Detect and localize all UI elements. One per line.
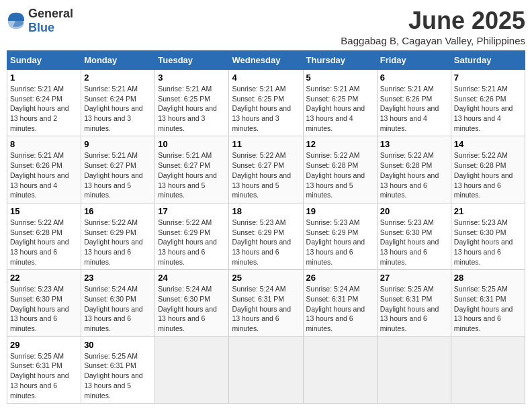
day-info: Sunrise: 5:21 AM Sunset: 6:25 PM Dayligh…: [232, 84, 300, 133]
day-number: 29: [10, 340, 78, 350]
calendar-cell: 11 Sunrise: 5:22 AM Sunset: 6:27 PM Dayl…: [229, 136, 303, 203]
day-info: Sunrise: 5:25 AM Sunset: 6:31 PM Dayligh…: [380, 284, 448, 333]
day-number: 30: [84, 340, 152, 350]
day-number: 3: [158, 73, 226, 83]
calendar-table: SundayMondayTuesdayWednesdayThursdayFrid…: [7, 50, 525, 404]
day-number: 16: [84, 206, 152, 216]
header-saturday: Saturday: [451, 51, 525, 70]
day-info: Sunrise: 5:21 AM Sunset: 6:26 PM Dayligh…: [380, 84, 448, 133]
header-wednesday: Wednesday: [229, 51, 303, 70]
day-info: Sunrise: 5:21 AM Sunset: 6:27 PM Dayligh…: [158, 150, 226, 199]
calendar-cell: 12 Sunrise: 5:22 AM Sunset: 6:28 PM Dayl…: [303, 136, 377, 203]
calendar-cell: 26 Sunrise: 5:24 AM Sunset: 6:31 PM Dayl…: [303, 270, 377, 336]
day-info: Sunrise: 5:21 AM Sunset: 6:27 PM Dayligh…: [84, 150, 152, 199]
calendar-cell: 4 Sunrise: 5:21 AM Sunset: 6:25 PM Dayli…: [229, 70, 303, 136]
day-number: 1: [10, 73, 78, 83]
day-number: 11: [232, 139, 300, 149]
day-info: Sunrise: 5:25 AM Sunset: 6:31 PM Dayligh…: [10, 351, 78, 400]
day-info: Sunrise: 5:25 AM Sunset: 6:31 PM Dayligh…: [454, 284, 522, 333]
day-number: 28: [454, 273, 522, 283]
logo-general: General: [28, 7, 73, 20]
calendar-cell: 13 Sunrise: 5:22 AM Sunset: 6:28 PM Dayl…: [377, 136, 451, 203]
calendar-cell: 20 Sunrise: 5:23 AM Sunset: 6:30 PM Dayl…: [377, 203, 451, 269]
calendar-week-row: 1 Sunrise: 5:21 AM Sunset: 6:24 PM Dayli…: [7, 70, 525, 136]
header-tuesday: Tuesday: [155, 51, 229, 70]
calendar-cell: 21 Sunrise: 5:23 AM Sunset: 6:30 PM Dayl…: [451, 203, 525, 269]
calendar-cell: 17 Sunrise: 5:22 AM Sunset: 6:29 PM Dayl…: [155, 203, 229, 269]
day-number: 22: [10, 273, 78, 283]
day-info: Sunrise: 5:22 AM Sunset: 6:28 PM Dayligh…: [454, 150, 522, 199]
day-info: Sunrise: 5:21 AM Sunset: 6:25 PM Dayligh…: [306, 84, 374, 133]
calendar-cell: 2 Sunrise: 5:21 AM Sunset: 6:24 PM Dayli…: [81, 70, 155, 136]
day-info: Sunrise: 5:21 AM Sunset: 6:26 PM Dayligh…: [10, 150, 78, 199]
day-info: Sunrise: 5:22 AM Sunset: 6:29 PM Dayligh…: [158, 218, 226, 267]
calendar-cell: 14 Sunrise: 5:22 AM Sunset: 6:28 PM Dayl…: [451, 136, 525, 203]
day-info: Sunrise: 5:23 AM Sunset: 6:29 PM Dayligh…: [306, 218, 374, 267]
day-number: 4: [232, 73, 300, 83]
calendar-cell: 23 Sunrise: 5:24 AM Sunset: 6:30 PM Dayl…: [81, 270, 155, 336]
calendar-cell: 28 Sunrise: 5:25 AM Sunset: 6:31 PM Dayl…: [451, 270, 525, 336]
day-info: Sunrise: 5:21 AM Sunset: 6:26 PM Dayligh…: [454, 84, 522, 133]
day-number: 12: [306, 139, 374, 149]
calendar-cell: 16 Sunrise: 5:22 AM Sunset: 6:29 PM Dayl…: [81, 203, 155, 269]
day-number: 10: [158, 139, 226, 149]
header-friday: Friday: [377, 51, 451, 70]
day-number: 21: [454, 206, 522, 216]
calendar-cell: 5 Sunrise: 5:21 AM Sunset: 6:25 PM Dayli…: [303, 70, 377, 136]
calendar-cell: 19 Sunrise: 5:23 AM Sunset: 6:29 PM Dayl…: [303, 203, 377, 269]
header-sunday: Sunday: [7, 51, 81, 70]
day-number: 14: [454, 139, 522, 149]
calendar-cell: [303, 336, 377, 403]
day-info: Sunrise: 5:21 AM Sunset: 6:24 PM Dayligh…: [10, 84, 78, 133]
calendar-header-row: SundayMondayTuesdayWednesdayThursdayFrid…: [7, 51, 525, 70]
day-number: 24: [158, 273, 226, 283]
calendar-cell: 10 Sunrise: 5:21 AM Sunset: 6:27 PM Dayl…: [155, 136, 229, 203]
calendar-week-row: 8 Sunrise: 5:21 AM Sunset: 6:26 PM Dayli…: [7, 136, 525, 203]
logo-text: General Blue: [28, 7, 73, 35]
day-info: Sunrise: 5:24 AM Sunset: 6:31 PM Dayligh…: [232, 284, 300, 333]
day-info: Sunrise: 5:24 AM Sunset: 6:31 PM Dayligh…: [306, 284, 374, 333]
day-number: 19: [306, 206, 374, 216]
day-number: 2: [84, 73, 152, 83]
calendar-week-row: 22 Sunrise: 5:23 AM Sunset: 6:30 PM Dayl…: [7, 270, 525, 336]
calendar-subtitle: Baggabag B, Cagayan Valley, Philippines: [341, 35, 525, 46]
day-number: 9: [84, 139, 152, 149]
title-area: June 2025 Baggabag B, Cagayan Valley, Ph…: [341, 7, 525, 46]
day-info: Sunrise: 5:25 AM Sunset: 6:31 PM Dayligh…: [84, 351, 152, 400]
calendar-cell: 30 Sunrise: 5:25 AM Sunset: 6:31 PM Dayl…: [81, 336, 155, 403]
calendar-title: June 2025: [341, 7, 525, 35]
calendar-cell: [377, 336, 451, 403]
day-number: 27: [380, 273, 448, 283]
calendar-cell: 29 Sunrise: 5:25 AM Sunset: 6:31 PM Dayl…: [7, 336, 81, 403]
logo: General Blue: [7, 7, 73, 35]
day-info: Sunrise: 5:24 AM Sunset: 6:30 PM Dayligh…: [158, 284, 226, 333]
day-info: Sunrise: 5:22 AM Sunset: 6:28 PM Dayligh…: [380, 150, 448, 199]
day-number: 7: [454, 73, 522, 83]
day-number: 20: [380, 206, 448, 216]
calendar-cell: 24 Sunrise: 5:24 AM Sunset: 6:30 PM Dayl…: [155, 270, 229, 336]
day-number: 26: [306, 273, 374, 283]
day-info: Sunrise: 5:22 AM Sunset: 6:29 PM Dayligh…: [84, 218, 152, 267]
calendar-cell: 18 Sunrise: 5:23 AM Sunset: 6:29 PM Dayl…: [229, 203, 303, 269]
day-info: Sunrise: 5:23 AM Sunset: 6:30 PM Dayligh…: [454, 218, 522, 267]
calendar-cell: 9 Sunrise: 5:21 AM Sunset: 6:27 PM Dayli…: [81, 136, 155, 203]
calendar-cell: 8 Sunrise: 5:21 AM Sunset: 6:26 PM Dayli…: [7, 136, 81, 203]
day-info: Sunrise: 5:23 AM Sunset: 6:29 PM Dayligh…: [232, 218, 300, 267]
calendar-cell: 7 Sunrise: 5:21 AM Sunset: 6:26 PM Dayli…: [451, 70, 525, 136]
header-monday: Monday: [81, 51, 155, 70]
calendar-cell: [451, 336, 525, 403]
day-info: Sunrise: 5:22 AM Sunset: 6:27 PM Dayligh…: [232, 150, 300, 199]
day-number: 8: [10, 139, 78, 149]
calendar-week-row: 15 Sunrise: 5:22 AM Sunset: 6:28 PM Dayl…: [7, 203, 525, 269]
header: General Blue June 2025 Baggabag B, Cagay…: [7, 7, 525, 46]
day-number: 23: [84, 273, 152, 283]
calendar-week-row: 29 Sunrise: 5:25 AM Sunset: 6:31 PM Dayl…: [7, 336, 525, 403]
calendar-cell: [229, 336, 303, 403]
calendar-cell: 6 Sunrise: 5:21 AM Sunset: 6:26 PM Dayli…: [377, 70, 451, 136]
calendar-cell: 27 Sunrise: 5:25 AM Sunset: 6:31 PM Dayl…: [377, 270, 451, 336]
day-number: 5: [306, 73, 374, 83]
logo-icon: [7, 11, 26, 30]
day-info: Sunrise: 5:23 AM Sunset: 6:30 PM Dayligh…: [10, 284, 78, 333]
logo-blue: Blue: [28, 21, 54, 34]
calendar-cell: [155, 336, 229, 403]
